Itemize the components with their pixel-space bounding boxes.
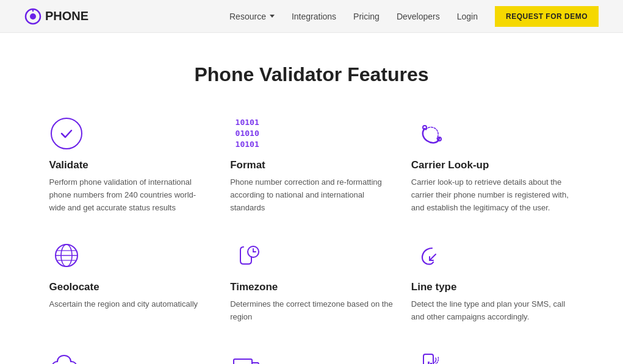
nav-pricing-link[interactable]: Pricing (353, 12, 380, 21)
line-type-icon (411, 238, 445, 273)
svg-point-1 (30, 13, 36, 20)
logo-icon (24, 8, 41, 25)
feature-geolocate-title: Geolocate (49, 281, 212, 293)
feature-realtime-api: Real-time API Use real-time Phone valida… (49, 348, 212, 364)
logo-text: PHONE (45, 9, 88, 23)
feature-validate: Validate Perform phone validation of int… (49, 116, 212, 214)
feature-timezone-title: Timezone (230, 281, 393, 293)
feature-carrier-title: Carrier Look-up (411, 159, 574, 171)
feature-validate-desc: Perform phone validation of internationa… (49, 176, 212, 214)
svg-point-3 (423, 126, 427, 129)
page-title: Phone Validator Features (49, 63, 574, 86)
feature-format-title: Format (230, 159, 393, 171)
feature-validate-title: Validate (49, 159, 212, 171)
nav-links: Resource Integrations Pricing Developers… (229, 12, 478, 21)
realtime-api-icon (49, 348, 84, 364)
main-content: Phone Validator Features Validate Perfor… (37, 33, 586, 364)
feature-line-type-title: Line type (411, 281, 574, 293)
feature-carrier-desc: Carrier look-up to retrieve details abou… (411, 176, 574, 214)
logo[interactable]: PHONE (24, 8, 88, 25)
svg-rect-31 (428, 362, 430, 364)
feature-format-desc: Phone number correction and re-formattin… (230, 176, 393, 214)
geolocate-icon (49, 238, 84, 273)
svg-line-13 (430, 254, 436, 260)
feature-format: 101010101010101 Format Phone number corr… (230, 116, 393, 214)
format-icon: 101010101010101 (230, 116, 264, 151)
performance-icon (411, 348, 445, 364)
timezone-icon (230, 238, 264, 273)
bulk-list-icon (230, 348, 264, 364)
carrier-lookup-icon (411, 116, 445, 151)
svg-rect-23 (234, 359, 252, 364)
nav-developers-link[interactable]: Developers (397, 12, 440, 21)
feature-bulk-list: Bulk/List Bulk Phone validation enables … (230, 348, 393, 364)
feature-line-type: Line type Detect the line type and plan … (411, 238, 574, 324)
feature-performance: Performance A quick response time of les… (411, 348, 574, 364)
nav-integrations-link[interactable]: Integrations (292, 12, 336, 21)
validate-icon (49, 116, 84, 151)
feature-timezone-desc: Determines the correct timezone based on… (230, 298, 393, 324)
request-demo-button[interactable]: REQUEST FOR DEMO (495, 6, 599, 27)
feature-geolocate-desc: Ascertain the region and city automatica… (49, 298, 212, 311)
feature-geolocate: Geolocate Ascertain the region and city … (49, 238, 212, 324)
features-grid: Validate Perform phone validation of int… (49, 116, 574, 364)
feature-timezone: Timezone Determines the correct timezone… (230, 238, 393, 324)
chevron-down-icon (270, 15, 275, 18)
navbar: PHONE Resource Integrations Pricing Deve… (0, 0, 623, 33)
feature-carrier-lookup: Carrier Look-up Carrier look-up to retri… (411, 116, 574, 214)
nav-resource-link[interactable]: Resource (229, 12, 275, 21)
feature-line-type-desc: Detect the line type and plan your SMS, … (411, 298, 574, 324)
nav-login-link[interactable]: Login (457, 12, 478, 21)
